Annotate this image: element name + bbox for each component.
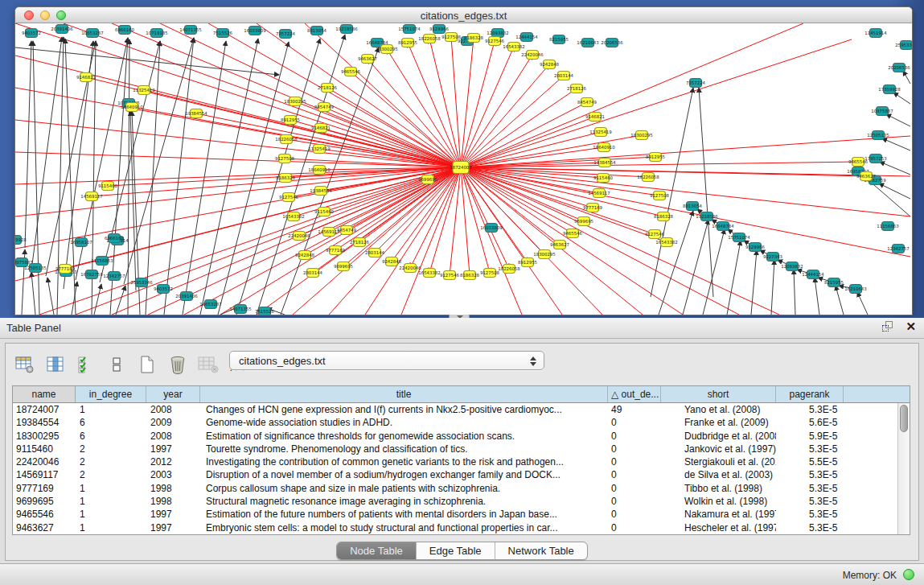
graph-node[interactable]: 25953346: [895, 41, 912, 50]
graph-node[interactable]: 16543382: [418, 269, 440, 278]
graph-node[interactable]: 9777169: [326, 246, 346, 255]
graph-node[interactable]: 9127546: [485, 37, 505, 46]
column-header[interactable]: year: [146, 386, 200, 402]
graph-node[interactable]: 16033809: [244, 27, 266, 35]
graph-node[interactable]: 9129966: [429, 25, 450, 34]
column-header[interactable]: short: [661, 386, 776, 402]
graph-node[interactable]: 9115460: [593, 174, 614, 183]
graph-node[interactable]: 11325419: [308, 145, 331, 154]
graph-node[interactable]: 18300295: [533, 250, 555, 259]
scrollbar-thumb[interactable]: [900, 405, 908, 432]
graph-node[interactable]: 18226058: [498, 265, 520, 274]
graph-node[interactable]: 7357224: [276, 30, 296, 39]
graph-node[interactable]: 18226058: [418, 35, 441, 43]
graph-node[interactable]: 16648784: [712, 222, 734, 231]
graph-node[interactable]: 8215955: [824, 278, 844, 287]
graph-node[interactable]: 16543382: [655, 238, 677, 247]
graph-node[interactable]: 9227343: [763, 253, 782, 262]
graph-node[interactable]: 19218586: [335, 25, 358, 34]
column-header[interactable]: △ out_de...: [608, 386, 661, 402]
graph-node[interactable]: 16958107: [70, 238, 92, 247]
network-canvas[interactable]: 9403572203914061065328769661601071918514…: [15, 23, 912, 315]
graph-node[interactable]: 14569117: [80, 192, 102, 201]
graph-node[interactable]: 16782759: [80, 270, 103, 279]
table-row[interactable]: 946554611997Estimation of the future num…: [13, 508, 897, 521]
table-vertical-scrollbar[interactable]: [897, 403, 910, 534]
graph-node[interactable]: 9463627: [358, 55, 377, 64]
create-column-icon[interactable]: [136, 354, 158, 375]
graph-node[interactable]: 25953346: [130, 278, 153, 287]
table-row[interactable]: 946362711997Embryonic stem cells: a mode…: [13, 521, 897, 534]
graph-node[interactable]: 8215955: [549, 35, 569, 44]
graph-node[interactable]: 8186328: [654, 212, 674, 221]
graph-node[interactable]: 18300295: [630, 131, 652, 140]
graph-node[interactable]: 17359928: [878, 85, 901, 94]
table-settings-icon[interactable]: [14, 354, 36, 375]
table-mode-icon[interactable]: [105, 354, 128, 375]
column-header[interactable]: in_degree: [76, 386, 146, 402]
graph-node[interactable]: 9127546: [645, 230, 665, 239]
graph-node[interactable]: 15751074: [728, 233, 750, 242]
table-row[interactable]: 2242004622012Investigating the contribut…: [13, 455, 897, 468]
graph-node[interactable]: 10653287: [81, 29, 103, 38]
graph-node[interactable]: 9129966: [745, 243, 766, 252]
graph-node[interactable]: 20206536: [888, 64, 910, 72]
graph-node[interactable]: 12342757: [887, 245, 909, 253]
graph-node[interactable]: 12444154: [515, 33, 538, 42]
table-row[interactable]: 977716911998Corpus callosum shape and si…: [13, 482, 897, 495]
graph-node[interactable]: 10975887: [871, 107, 893, 116]
select-columns-icon[interactable]: [75, 354, 97, 375]
graph-node[interactable]: 12505135: [24, 264, 46, 273]
graph-node[interactable]: 16210643: [844, 285, 866, 294]
graph-node[interactable]: 12093832: [487, 29, 508, 38]
graph-node[interactable]: 19218586: [696, 212, 718, 221]
column-header[interactable]: pagerank: [776, 386, 844, 402]
table-row[interactable]: 1830029562008Estimation of significance …: [13, 430, 897, 443]
close-panel-icon[interactable]: ✕: [906, 321, 916, 332]
graph-node[interactable]: 9465546: [563, 229, 583, 238]
graph-node[interactable]: 19384554: [185, 109, 207, 118]
tab-edge-table[interactable]: Edge Table: [417, 542, 495, 559]
graph-node[interactable]: 2718126: [318, 84, 338, 93]
tab-network-table[interactable]: Network Table: [495, 542, 587, 559]
delete-column-icon[interactable]: [166, 354, 189, 375]
graph-node[interactable]: 9115460: [98, 182, 118, 191]
table-row[interactable]: 1456911722003Disruption of a novel membe…: [13, 468, 897, 481]
graph-node[interactable]: 11451914: [864, 29, 887, 38]
graph-node[interactable]: 14071355: [229, 305, 251, 314]
graph-node[interactable]: 9465546: [341, 68, 361, 76]
graph-nodes[interactable]: 9403572203914061065328769661601071918514…: [15, 25, 912, 315]
graph-node[interactable]: 9127508: [650, 192, 670, 200]
graph-node[interactable]: 19384554: [310, 187, 332, 196]
network-window-titlebar[interactable]: citations_edges.txt: [15, 7, 912, 23]
graph-node[interactable]: 18724007: [450, 162, 471, 174]
graph-node[interactable]: 16543382: [282, 212, 304, 221]
graph-node[interactable]: 18640910: [593, 143, 615, 152]
graph-node[interactable]: 20391406: [175, 292, 198, 301]
graph-node[interactable]: 12342757: [103, 272, 125, 281]
table-row[interactable]: 1872400712008Changes of HCN gene express…: [13, 403, 897, 416]
show-columns-icon[interactable]: [44, 354, 67, 375]
graph-node[interactable]: 9463627: [550, 241, 569, 249]
graph-node[interactable]: 16543382: [503, 43, 524, 51]
graph-node[interactable]: 9146821: [585, 113, 605, 122]
graph-node[interactable]: 7357224: [686, 79, 706, 88]
graph-node[interactable]: 9127546: [440, 271, 460, 280]
graph-node[interactable]: 9242848: [540, 60, 560, 69]
graph-node[interactable]: 11156863: [91, 257, 113, 266]
graph-node[interactable]: 16033809: [480, 224, 503, 233]
graph-node[interactable]: 9699695: [574, 217, 593, 226]
graph-node[interactable]: 18226058: [637, 173, 659, 182]
graph-node[interactable]: 9699695: [334, 262, 353, 271]
table-row[interactable]: 969969511998Structural magnetic resonanc…: [13, 495, 897, 508]
graph-node[interactable]: 11156863: [877, 222, 898, 231]
graph-node[interactable]: 12093832: [781, 262, 803, 271]
graph-node[interactable]: 15751074: [398, 25, 421, 34]
graph-node[interactable]: 8912955: [646, 153, 665, 162]
graph-node[interactable]: 10653287: [199, 300, 221, 309]
table-row[interactable]: 1938455462009Genome-wide association stu…: [13, 416, 897, 429]
tab-node-table[interactable]: Node Table: [337, 542, 417, 559]
graph-node[interactable]: 2803144: [303, 269, 323, 278]
graph-node[interactable]: 16210643: [577, 39, 598, 47]
graph-node[interactable]: 8186328: [460, 271, 480, 280]
